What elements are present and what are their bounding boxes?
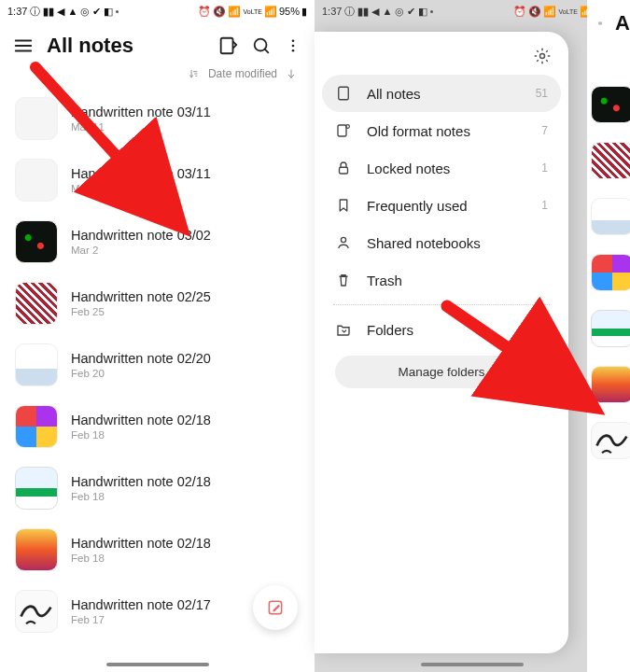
nav-label: Old format notes [367,123,526,139]
more-icon[interactable] [285,35,301,56]
phone-left: 1:37 ⓘ▮▮◀▲◎✔◧ ⏰🔇📶VoLTE📶 95%▮ All notes D… [0,0,315,672]
note-thumbnail [15,528,58,571]
compose-icon [266,598,285,617]
notes-list: Handwritten note 03/11Mar 11Handwritten … [0,88,315,642]
nav-item-oldfmt[interactable]: Old format notes7 [322,112,561,149]
person-icon [335,234,352,251]
status-bar: 1:37 ⓘ▮▮◀▲◎✔◧ ⏰🔇📶VoLTE📶 95%▮ [315,0,630,22]
nav-item-note[interactable]: All notes51 [322,75,561,112]
status-bar: 1:37 ⓘ▮▮◀▲◎✔◧ ⏰🔇📶VoLTE📶 95%▮ [0,0,315,22]
phone-right: 1:37 ⓘ▮▮◀▲◎✔◧ ⏰🔇📶VoLTE📶 95%▮ A All notes… [315,0,630,672]
note-item[interactable] [587,413,630,469]
folder-icon [335,321,352,338]
status-time: 1:37 [7,6,27,17]
note-thumbnail [591,254,630,291]
note-item[interactable]: Handwritten note 03/11Mar 11 [11,149,303,211]
sort-icon [188,67,201,80]
nav-pill[interactable] [421,663,524,666]
note-thumbnail [591,310,630,347]
note-thumbnail [15,159,58,202]
note-date: Feb 18 [71,491,211,502]
note-title: Handwritten note 02/18 [71,474,211,489]
note-item[interactable]: Handwritten note 02/18Feb 18 [11,457,303,519]
note-item[interactable] [587,245,630,301]
note-item[interactable] [587,77,630,133]
nav-label: All notes [367,86,521,102]
note-date: Feb 18 [71,553,211,564]
sort-bar[interactable]: Date modified [0,62,315,88]
note-item[interactable]: Handwritten note 02/18Feb 18 [11,519,303,581]
nav-item-person[interactable]: Shared notebooks [322,224,561,261]
nav-item-lock[interactable]: Locked notes1 [322,149,561,187]
nav-label: Locked notes [367,161,526,176]
note-item[interactable]: Handwritten note 03/02Mar 2 [11,211,303,273]
note-thumbnail [591,422,630,459]
separator [333,304,550,305]
nav-drawer: All notes51Old format notes7Locked notes… [315,32,568,653]
lock-icon [335,160,352,176]
note-thumbnail [591,198,630,235]
note-item[interactable]: Handwritten note 02/25Feb 25 [11,273,303,334]
note-item[interactable]: Handwritten note 02/20Feb 20 [11,334,303,396]
note-thumbnail [15,343,58,386]
note-thumbnail [15,467,58,510]
oldfmt-icon [335,122,352,139]
nav-label: Folders [367,322,521,338]
note-thumbnail [591,86,630,123]
note-thumbnail [15,97,58,140]
note-item[interactable] [587,189,630,245]
note-title: Handwritten note 02/18 [71,536,211,551]
manage-folders-label: Manage folders [398,365,484,379]
sort-direction-icon[interactable] [285,67,298,80]
nav-label: Trash [367,273,533,288]
note-item[interactable]: Handwritten note 02/18Feb 18 [11,396,303,457]
sort-label: Date modified [208,67,277,80]
note-title: Handwritten note 02/18 [71,413,211,427]
export-pdf-icon[interactable] [217,35,238,56]
nav-count: 51 [536,87,548,100]
note-title: Handwritten note 03/11 [71,166,211,181]
settings-gear-icon[interactable] [533,47,552,65]
note-thumbnail [591,366,630,403]
note-item[interactable] [587,301,630,357]
status-battery: 95% [279,6,300,17]
note-title: Handwritten note 02/20 [71,351,211,366]
hamburger-menu-icon[interactable] [13,35,34,56]
nav-item-trash[interactable]: Trash [322,261,561,299]
note-item[interactable]: Handwritten note 03/11Mar 11 [11,88,303,149]
note-title: Handwritten note 03/11 [71,105,211,119]
note-item[interactable] [587,357,630,413]
note-date: Feb 17 [71,614,211,625]
bookmark-icon [335,197,352,214]
note-date: Feb 20 [71,368,211,379]
note-date: Feb 25 [71,306,211,317]
nav-pill[interactable] [106,663,209,666]
note-thumbnail [15,282,58,325]
note-date: Mar 2 [71,245,211,256]
nav-label: Shared notebooks [367,235,533,251]
hamburger-menu-icon[interactable] [598,13,602,34]
note-title: Handwritten note 02/17 [71,597,211,612]
background-peek: A [587,0,630,672]
note-thumbnail [15,590,58,633]
nav-count: 1 [541,199,548,212]
search-icon[interactable] [251,35,272,56]
nav-item-bookmark[interactable]: Frequently used1 [322,187,561,224]
note-title: Handwritten note 03/02 [71,228,211,243]
note-item[interactable] [587,133,630,189]
note-thumbnail [15,220,58,263]
note-date: Feb 18 [71,429,211,441]
nav-item-folders[interactable]: Folders 39 [322,311,561,348]
note-icon [335,85,352,102]
page-title: All notes [47,34,204,58]
nav-count: 7 [541,124,548,137]
note-date: Mar 11 [71,121,211,133]
manage-folders-button[interactable]: Manage folders [335,356,548,388]
note-thumbnail [591,142,630,179]
note-thumbnail [15,405,58,448]
note-title: Handwritten note 02/25 [71,289,211,304]
nav-count: 1 [541,161,548,175]
compose-fab[interactable] [253,585,298,630]
app-bar: All notes [0,22,315,62]
note-date: Mar 11 [71,183,211,194]
